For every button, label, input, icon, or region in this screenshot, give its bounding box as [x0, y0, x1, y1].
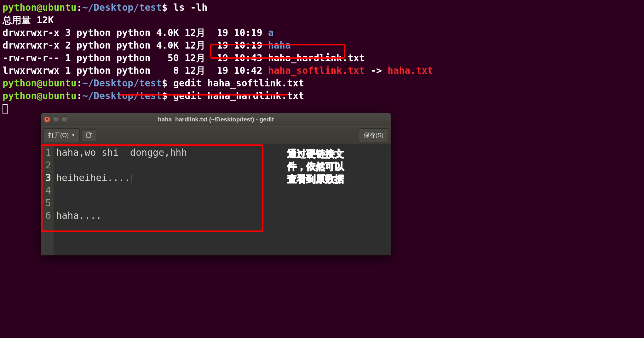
open-button-label: 打开(O)	[48, 131, 69, 139]
new-document-icon: +	[86, 132, 92, 138]
gedit-toolbar: 打开(O) ▼ + 保存(S)	[41, 126, 391, 144]
terminal-output[interactable]: python@ubuntu:~/Desktop/test$ ls -lh 总用量…	[0, 0, 644, 117]
svg-text:+: +	[91, 132, 92, 135]
gedit-titlebar[interactable]: haha_hardlink.txt (~/Desktop/test) - ged…	[41, 113, 391, 126]
new-tab-button[interactable]: +	[82, 129, 96, 141]
annotation-callout-text: 通过硬链接文件，依然可以查看到原数据	[287, 148, 344, 185]
chevron-down-icon: ▼	[71, 133, 75, 137]
line-number-gutter: 123456	[41, 144, 54, 255]
save-button-label: 保存(S)	[364, 131, 383, 139]
annotation-underline-cmd	[120, 94, 287, 96]
open-button[interactable]: 打开(O) ▼	[43, 128, 80, 142]
save-button[interactable]: 保存(S)	[359, 128, 388, 142]
annotation-highlight-hardlink	[210, 44, 345, 59]
svg-rect-0	[87, 133, 90, 137]
gedit-window-title: haha_hardlink.txt (~/Desktop/test) - ged…	[41, 116, 391, 123]
